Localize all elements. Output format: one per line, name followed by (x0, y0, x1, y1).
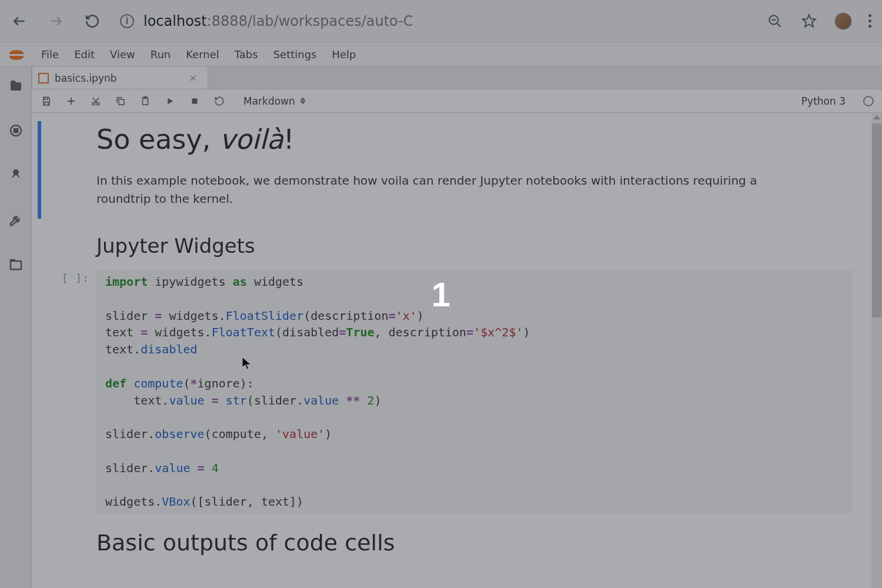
menu-bar: File Edit View Run Kernel Tabs Settings … (0, 42, 882, 67)
url-text: localhost:8888/lab/workspaces/auto-C (143, 13, 413, 29)
markdown-cell-2[interactable]: Jupyter Widgets (38, 219, 868, 270)
notebook-area[interactable]: So easy, voilà! In this example notebook… (32, 113, 882, 588)
markdown-cell-1[interactable]: So easy, voilà! In this example notebook… (38, 121, 868, 219)
menu-settings[interactable]: Settings (266, 45, 324, 64)
notebook-file-icon (38, 73, 49, 83)
svg-rect-2 (14, 129, 18, 132)
tab-title: basics.ipynb (55, 72, 117, 84)
kernel-name[interactable]: Python 3 (801, 95, 851, 107)
browser-chrome: i localhost:8888/lab/workspaces/auto-C (0, 0, 882, 42)
copy-icon[interactable] (114, 95, 127, 108)
paste-icon[interactable] (139, 95, 152, 108)
run-icon[interactable] (163, 95, 176, 108)
restart-kernel-icon[interactable] (213, 95, 226, 108)
site-info-icon[interactable]: i (120, 14, 134, 28)
heading-2: Jupyter Widgets (96, 234, 854, 258)
commands-tab-icon[interactable] (8, 167, 24, 183)
heading-3: Basic outputs of code cells (96, 530, 854, 556)
cell-type-label: Markdown (243, 95, 295, 107)
url-bar[interactable]: i localhost:8888/lab/workspaces/auto-C (120, 13, 747, 29)
menu-run[interactable]: Run (143, 45, 178, 64)
running-tab-icon[interactable] (8, 122, 24, 139)
svg-rect-6 (119, 99, 124, 105)
files-tab-icon[interactable] (8, 78, 24, 94)
svg-rect-9 (192, 98, 198, 103)
heading-1: So easy, voilà! (96, 123, 776, 155)
scroll-thumb[interactable] (872, 123, 881, 318)
browser-menu-icon[interactable] (868, 14, 871, 28)
code-body[interactable]: import ipywidgets as widgets slider = wi… (96, 270, 851, 513)
browser-forward-icon[interactable] (47, 12, 65, 30)
document-tab-bar: basics.ipynb (32, 67, 882, 89)
cell-selection-bar (38, 121, 41, 219)
tabs-tab-icon[interactable] (8, 256, 24, 273)
notebook-tab[interactable]: basics.ipynb (32, 66, 208, 89)
menu-view[interactable]: View (103, 45, 142, 64)
menu-tabs[interactable]: Tabs (228, 45, 265, 64)
code-cell-1[interactable]: [ ]: import ipywidgets as widgets slider… (44, 270, 851, 513)
menu-help[interactable]: Help (325, 45, 363, 64)
kernel-status-icon[interactable] (863, 96, 874, 106)
menu-file[interactable]: File (34, 45, 66, 64)
tab-close-icon[interactable] (186, 72, 199, 85)
svg-point-4 (92, 102, 95, 105)
code-prompt: [ ]: (44, 270, 96, 513)
save-icon[interactable] (40, 95, 53, 108)
tools-tab-icon[interactable] (8, 212, 24, 228)
menu-edit[interactable]: Edit (67, 45, 102, 64)
scroll-up-icon[interactable] (873, 115, 880, 119)
svg-point-5 (97, 102, 100, 105)
chevron-updown-icon (300, 98, 306, 104)
browser-reload-icon[interactable] (83, 12, 101, 30)
svg-rect-3 (11, 261, 21, 269)
markdown-cell-3[interactable]: Basic outputs of code cells (38, 513, 868, 562)
jupyter-logo-icon[interactable] (4, 45, 29, 65)
cell-type-select[interactable]: Markdown (243, 95, 306, 107)
zoom-out-icon[interactable] (766, 12, 784, 30)
left-sidebar (0, 67, 32, 588)
bookmark-star-icon[interactable] (800, 12, 818, 30)
cut-icon[interactable] (89, 95, 102, 108)
notebook-toolbar: Markdown Python 3 (32, 89, 882, 113)
menu-kernel[interactable]: Kernel (179, 45, 226, 64)
scrollbar[interactable] (871, 113, 882, 588)
intro-paragraph: In this example notebook, we demonstrate… (96, 172, 776, 208)
interrupt-icon[interactable] (188, 95, 201, 108)
add-cell-icon[interactable] (65, 95, 78, 108)
profile-avatar[interactable] (834, 12, 852, 30)
browser-back-icon[interactable] (11, 12, 28, 30)
